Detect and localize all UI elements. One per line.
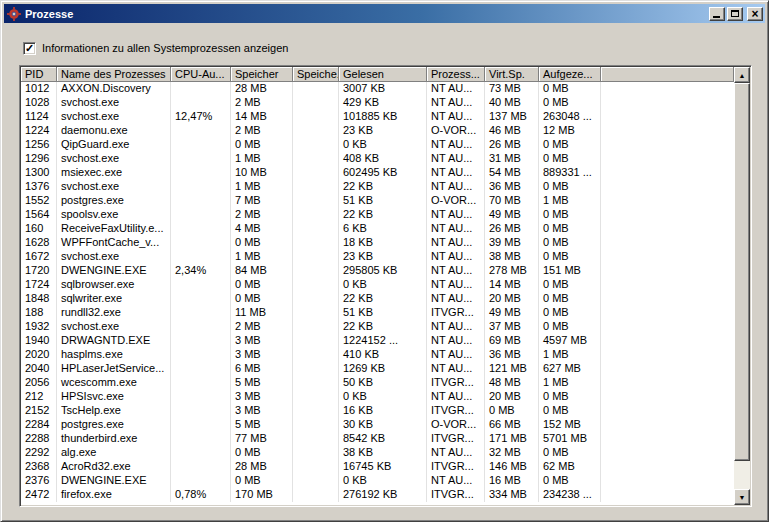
table-row[interactable]: 160ReceiveFaxUtility.e...4 MB6 KBNT AU..… [21, 222, 734, 236]
table-cell: NT AU... [427, 236, 485, 250]
table-row[interactable]: 2472firefox.exe0,78%170 MB276192 KBITVGR… [21, 488, 734, 502]
show-all-processes-option[interactable]: ✓ Informationen zu allen Systemprozessen… [23, 41, 288, 55]
table-cell-filler [601, 152, 734, 166]
table-cell: 234238 ... [539, 488, 601, 502]
table-cell: 0 MB [539, 208, 601, 222]
table-cell-filler [601, 432, 734, 446]
table-cell: 62 MB [539, 460, 601, 474]
table-row[interactable]: 2288thunderbird.exe77 MB8542 KBITVGR...1… [21, 432, 734, 446]
table-cell [171, 404, 231, 418]
table-cell: 3 MB [231, 334, 293, 348]
table-cell: 7 MB [231, 194, 293, 208]
table-cell: hasplms.exe [57, 348, 171, 362]
table-row[interactable]: 1012AXXON.Discovery28 MB3007 KBNT AU...7… [21, 82, 734, 96]
table-row[interactable]: 1256QipGuard.exe0 MB0 KBNT AU...26 MB0 M… [21, 138, 734, 152]
table-cell: 30 KB [339, 418, 427, 432]
table-cell: 22 KB [339, 292, 427, 306]
table-cell: sqlbrowser.exe [57, 278, 171, 292]
table-row[interactable]: 2040HPLaserJetService...6 MB1269 KBNT AU… [21, 362, 734, 376]
scroll-up-button[interactable]: ▲ [734, 67, 750, 83]
table-cell [293, 208, 339, 222]
table-cell [293, 222, 339, 236]
table-cell-filler [601, 110, 734, 124]
column-header-speicher[interactable]: Speicher [231, 67, 293, 82]
table-row[interactable]: 2056wcescomm.exe5 MB50 KBITVGR...48 MB1 … [21, 376, 734, 390]
column-header-prozess[interactable]: Prozess... [427, 67, 485, 82]
table-cell: 1628 [21, 236, 57, 250]
table-cell-filler [601, 278, 734, 292]
table-row[interactable]: 1724sqlbrowser.exe0 MB0 KBNT AU...14 MB0… [21, 278, 734, 292]
table-cell: 12,47% [171, 110, 231, 124]
table-row[interactable]: 2284postgres.exe5 MB30 KBO-VOR...66 MB15… [21, 418, 734, 432]
table-cell: 278 MB [485, 264, 539, 278]
table-row[interactable]: 1224daemonu.exe2 MB23 KBO-VOR...46 MB12 … [21, 124, 734, 138]
table-cell: NT AU... [427, 334, 485, 348]
table-row[interactable]: 2020hasplms.exe3 MB410 KBNT AU...36 MB1 … [21, 348, 734, 362]
table-cell: NT AU... [427, 292, 485, 306]
table-row[interactable]: 1296svchost.exe1 MB408 KBNT AU...31 MB0 … [21, 152, 734, 166]
table-cell: 2040 [21, 362, 57, 376]
table-cell [171, 194, 231, 208]
titlebar[interactable]: Prozesse × [4, 4, 765, 23]
table-row[interactable]: 1940DRWAGNTD.EXE3 MB1224152 ...NT AU...6… [21, 334, 734, 348]
table-cell: thunderbird.exe [57, 432, 171, 446]
table-row[interactable]: 1564spoolsv.exe2 MB22 KBNT AU...49 MB0 M… [21, 208, 734, 222]
table-cell-filler [601, 348, 734, 362]
column-header-speicher2[interactable]: Speiche... [293, 67, 339, 82]
column-header-virtsp[interactable]: Virt.Sp. [485, 67, 539, 82]
table-cell-filler [601, 390, 734, 404]
vertical-scrollbar[interactable]: ▲ ▼ [734, 67, 750, 505]
table-row[interactable]: 212HPSIsvc.exe3 MB0 KBNT AU...20 MB0 MB [21, 390, 734, 404]
table-row[interactable]: 2152TscHelp.exe3 MB16 KBITVGR...0 MB0 MB [21, 404, 734, 418]
table-row[interactable]: 1628WPFFontCache_v...0 MB18 KBNT AU...39… [21, 236, 734, 250]
table-cell [293, 110, 339, 124]
table-cell-filler [601, 82, 734, 96]
table-cell: 1940 [21, 334, 57, 348]
table-cell: 0 MB [539, 236, 601, 250]
table-cell: 1224 [21, 124, 57, 138]
column-header-aufgez[interactable]: Aufgeze... [539, 67, 601, 82]
table-cell: 1012 [21, 82, 57, 96]
table-row[interactable]: 1300msiexec.exe10 MB602495 KBNT AU...54 … [21, 166, 734, 180]
table-cell-filler [601, 488, 734, 502]
table-cell [171, 292, 231, 306]
column-header-gelesen[interactable]: Gelesen [339, 67, 427, 82]
table-cell: NT AU... [427, 474, 485, 488]
table-cell: NT AU... [427, 390, 485, 404]
table-row[interactable]: 1124svchost.exe12,47%14 MB101885 KBNT AU… [21, 110, 734, 124]
table-row[interactable]: 2368AcroRd32.exe28 MB16745 KBITVGR...146… [21, 460, 734, 474]
table-cell: firefox.exe [57, 488, 171, 502]
scroll-track[interactable] [734, 83, 750, 489]
maximize-button[interactable] [727, 7, 743, 21]
table-row[interactable]: 1028svchost.exe2 MB429 KBNT AU...40 MB0 … [21, 96, 734, 110]
table-cell: sqlwriter.exe [57, 292, 171, 306]
table-cell: NT AU... [427, 264, 485, 278]
table-row[interactable]: 1720DWENGINE.EXE2,34%84 MB295805 KBNT AU… [21, 264, 734, 278]
minimize-button[interactable] [709, 7, 725, 21]
scroll-down-button[interactable]: ▼ [734, 489, 750, 505]
show-all-processes-checkbox[interactable]: ✓ [23, 42, 36, 55]
table-row[interactable]: 1848sqlwriter.exe0 MB22 KBNT AU...20 MB0… [21, 292, 734, 306]
table-row[interactable]: 2376DWENGINE.EXE0 MB0 KBNT AU...16 MB0 M… [21, 474, 734, 488]
table-cell: 2368 [21, 460, 57, 474]
minimize-icon [713, 16, 720, 18]
table-row[interactable]: 1376svchost.exe1 MB22 KBNT AU...36 MB0 M… [21, 180, 734, 194]
table-row[interactable]: 188rundll32.exe11 MB51 KBITVGR...49 MB0 … [21, 306, 734, 320]
column-header-cpu[interactable]: CPU-Au... [171, 67, 231, 82]
table-cell [293, 264, 339, 278]
table-row[interactable]: 1932svchost.exe2 MB22 KBNT AU...37 MB0 M… [21, 320, 734, 334]
table-cell: postgres.exe [57, 418, 171, 432]
table-cell [293, 418, 339, 432]
table-row[interactable]: 1672svchost.exe1 MB23 KBNT AU...38 MB0 M… [21, 250, 734, 264]
table-cell-filler [601, 236, 734, 250]
table-row[interactable]: 1552postgres.exe7 MB51 KBO-VOR...70 MB1 … [21, 194, 734, 208]
column-header-name[interactable]: Name des Prozesses [57, 67, 171, 82]
table-cell-filler [601, 376, 734, 390]
scroll-thumb[interactable] [734, 83, 750, 461]
table-cell: 170 MB [231, 488, 293, 502]
table-row[interactable]: 2292alg.exe0 MB38 KBNT AU...32 MB0 MB [21, 446, 734, 460]
table-cell: daemonu.exe [57, 124, 171, 138]
column-header-pid[interactable]: PID [21, 67, 57, 82]
table-cell: 0 MB [231, 236, 293, 250]
close-button[interactable]: × [747, 7, 763, 21]
